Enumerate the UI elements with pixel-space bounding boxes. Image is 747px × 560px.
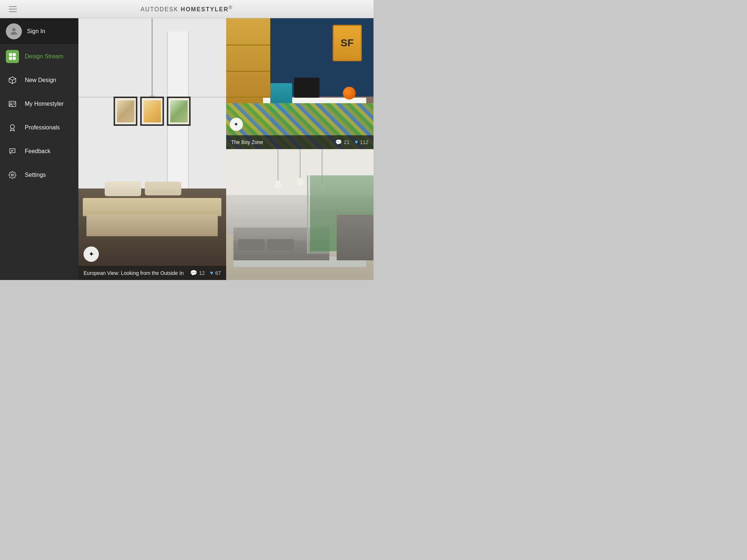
professionals-icon [6,121,19,134]
main-area: Sign In Design Stream [0,18,374,280]
app-header: AUTODESK HOMESTYLER® [0,0,374,18]
gear-icon [8,171,16,179]
svg-point-9 [11,125,15,129]
boy-zone-comment-stat: 💬 21 [335,139,350,145]
my-homestyler-label: My Homestyler [25,101,64,107]
main-comment-stat: 💬 12 [190,269,205,276]
svg-rect-2 [13,53,16,56]
main-design-card[interactable]: ✦ European View: Looking from the Outsid… [78,18,226,280]
app-title: AUTODESK HOMESTYLER® [140,5,233,13]
boy-zone-title: The Boy Zone [231,139,263,145]
boy-zone-card[interactable]: SF ✦ The Boy Zone 💬 2 [226,18,374,149]
new-design-icon [6,74,19,87]
title-prefix: AUTODESK [140,7,178,13]
svg-point-12 [11,174,13,176]
boyzone-background: SF [226,18,374,149]
frame-1 [114,97,138,126]
svg-rect-3 [9,57,12,60]
bedroom-background [78,18,226,280]
pendant-lamp [152,18,152,110]
title-suffix: ® [229,5,233,10]
boy-zone-like-count: 112 [360,139,368,145]
grid-icon [8,52,16,61]
bed-pillow-2 [145,182,181,195]
basketball [343,87,356,100]
boy-zone-like-stat: ♥ 112 [355,139,368,145]
frame-2 [140,97,164,126]
menu-button[interactable] [6,3,20,15]
sidebar-item-design-stream[interactable]: Design Stream [0,45,78,69]
bed-base [86,214,218,236]
comment-icon: 💬 [190,269,197,276]
settings-label: Settings [25,172,46,178]
avatar [6,23,22,39]
sidebar-item-new-design[interactable]: New Design [0,69,78,92]
signin-label: Sign In [27,28,45,35]
professionals-label: Professionals [25,124,60,131]
lr-pendant-2 [300,149,301,186]
content-grid: ✦ European View: Looking from the Outsid… [78,18,374,280]
boy-zone-footer: The Boy Zone 💬 21 ♥ 112 [226,135,374,149]
main-like-count: 67 [215,270,221,276]
svg-point-0 [12,28,15,31]
bed-pillow-1 [105,182,141,196]
title-main: HOMESTYLER [178,7,229,13]
main-card-title: European View: Looking from the Outside … [84,270,183,276]
living-room-image [226,149,374,280]
main-card-footer: European View: Looking from the Outside … [78,266,226,280]
sidebar-item-my-homestyler[interactable]: My Homestyler [0,92,78,116]
heart-icon-bz: ♥ [355,139,358,145]
design-stream-icon [6,50,19,63]
box-icon [8,76,16,84]
main-card-stats: 💬 12 ♥ 67 [190,269,221,276]
heart-icon: ♥ [210,270,213,276]
design-stream-label: Design Stream [25,53,63,60]
wand-badge-main: ✦ [84,246,99,262]
sidebar: Sign In Design Stream [0,18,78,280]
boy-zone-stats: 💬 21 ♥ 112 [335,139,368,145]
feedback-label: Feedback [25,148,50,155]
comment-icon-bz: 💬 [335,139,342,145]
sf-logo: SF [333,25,362,61]
main-like-stat: ♥ 67 [210,270,221,276]
person-card-icon [8,100,16,108]
signin-button[interactable]: Sign In [0,18,78,45]
svg-rect-1 [9,53,12,56]
bed-mattress [83,198,221,216]
livingroom-background [226,149,374,280]
monitor [294,78,320,98]
frame-3 [167,97,191,126]
sidebar-item-feedback[interactable]: Feedback [0,140,78,163]
bed [83,171,221,236]
settings-icon [6,168,19,182]
svg-point-6 [10,102,12,105]
main-comment-count: 12 [199,270,205,276]
living-room-card[interactable] [226,149,374,280]
new-design-label: New Design [25,77,56,83]
sidebar-item-professionals[interactable]: Professionals [0,116,78,140]
award-icon [8,124,16,132]
svg-rect-4 [13,57,16,60]
main-card-image [78,18,226,280]
sidebar-item-settings[interactable]: Settings [0,163,78,187]
user-icon [9,26,19,36]
wand-badge-boyzone: ✦ [230,118,243,131]
boy-zone-image: SF [226,18,374,149]
feedback-svg-icon [8,147,16,155]
art-frames [114,97,191,126]
feedback-icon [6,145,19,158]
lr-pendant-1 [278,149,278,188]
my-homestyler-icon [6,97,19,110]
boy-zone-comment-count: 21 [344,139,350,145]
